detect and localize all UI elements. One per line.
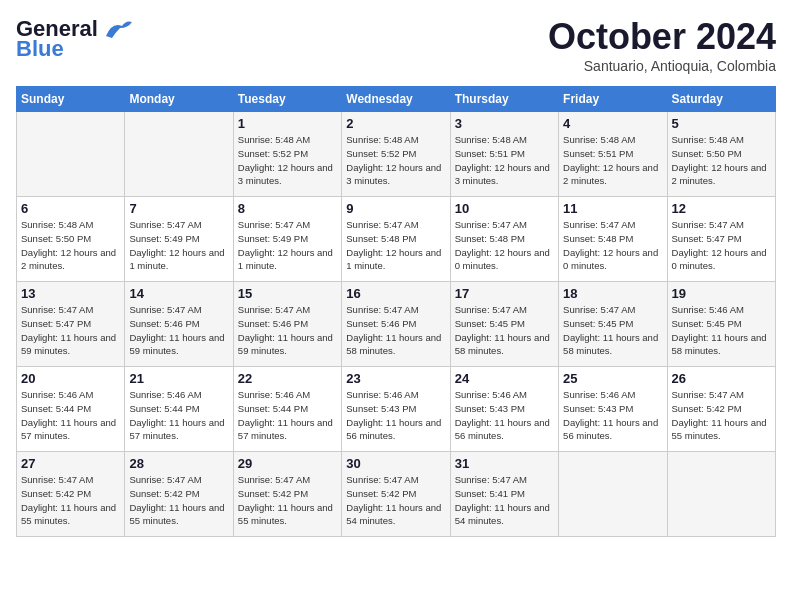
weekday-header: Saturday — [667, 87, 775, 112]
cell-info: Sunrise: 5:47 AM Sunset: 5:42 PM Dayligh… — [346, 473, 445, 528]
calendar-cell: 25Sunrise: 5:46 AM Sunset: 5:43 PM Dayli… — [559, 367, 667, 452]
day-number: 5 — [672, 116, 771, 131]
calendar-cell — [559, 452, 667, 537]
cell-info: Sunrise: 5:46 AM Sunset: 5:43 PM Dayligh… — [346, 388, 445, 443]
cell-info: Sunrise: 5:46 AM Sunset: 5:43 PM Dayligh… — [455, 388, 554, 443]
calendar-cell: 20Sunrise: 5:46 AM Sunset: 5:44 PM Dayli… — [17, 367, 125, 452]
cell-info: Sunrise: 5:47 AM Sunset: 5:42 PM Dayligh… — [21, 473, 120, 528]
calendar-cell: 11Sunrise: 5:47 AM Sunset: 5:48 PM Dayli… — [559, 197, 667, 282]
calendar-cell: 12Sunrise: 5:47 AM Sunset: 5:47 PM Dayli… — [667, 197, 775, 282]
day-number: 6 — [21, 201, 120, 216]
day-number: 30 — [346, 456, 445, 471]
day-number: 1 — [238, 116, 337, 131]
calendar-cell: 1Sunrise: 5:48 AM Sunset: 5:52 PM Daylig… — [233, 112, 341, 197]
calendar-cell: 9Sunrise: 5:47 AM Sunset: 5:48 PM Daylig… — [342, 197, 450, 282]
day-number: 9 — [346, 201, 445, 216]
page-header: General Blue October 2024 Santuario, Ant… — [16, 16, 776, 74]
calendar-cell: 21Sunrise: 5:46 AM Sunset: 5:44 PM Dayli… — [125, 367, 233, 452]
cell-info: Sunrise: 5:47 AM Sunset: 5:42 PM Dayligh… — [672, 388, 771, 443]
day-number: 25 — [563, 371, 662, 386]
calendar-week-row: 20Sunrise: 5:46 AM Sunset: 5:44 PM Dayli… — [17, 367, 776, 452]
cell-info: Sunrise: 5:47 AM Sunset: 5:47 PM Dayligh… — [672, 218, 771, 273]
calendar-cell — [17, 112, 125, 197]
calendar-week-row: 27Sunrise: 5:47 AM Sunset: 5:42 PM Dayli… — [17, 452, 776, 537]
calendar-cell — [667, 452, 775, 537]
weekday-header: Thursday — [450, 87, 558, 112]
cell-info: Sunrise: 5:47 AM Sunset: 5:48 PM Dayligh… — [346, 218, 445, 273]
calendar-cell: 2Sunrise: 5:48 AM Sunset: 5:52 PM Daylig… — [342, 112, 450, 197]
day-number: 13 — [21, 286, 120, 301]
day-number: 15 — [238, 286, 337, 301]
cell-info: Sunrise: 5:48 AM Sunset: 5:52 PM Dayligh… — [346, 133, 445, 188]
calendar-week-row: 1Sunrise: 5:48 AM Sunset: 5:52 PM Daylig… — [17, 112, 776, 197]
calendar-cell — [125, 112, 233, 197]
cell-info: Sunrise: 5:47 AM Sunset: 5:42 PM Dayligh… — [238, 473, 337, 528]
weekday-header: Friday — [559, 87, 667, 112]
calendar-table: SundayMondayTuesdayWednesdayThursdayFrid… — [16, 86, 776, 537]
calendar-week-row: 13Sunrise: 5:47 AM Sunset: 5:47 PM Dayli… — [17, 282, 776, 367]
calendar-cell: 16Sunrise: 5:47 AM Sunset: 5:46 PM Dayli… — [342, 282, 450, 367]
calendar-cell: 14Sunrise: 5:47 AM Sunset: 5:46 PM Dayli… — [125, 282, 233, 367]
day-number: 8 — [238, 201, 337, 216]
cell-info: Sunrise: 5:47 AM Sunset: 5:49 PM Dayligh… — [238, 218, 337, 273]
cell-info: Sunrise: 5:47 AM Sunset: 5:46 PM Dayligh… — [238, 303, 337, 358]
day-number: 14 — [129, 286, 228, 301]
calendar-cell: 17Sunrise: 5:47 AM Sunset: 5:45 PM Dayli… — [450, 282, 558, 367]
cell-info: Sunrise: 5:47 AM Sunset: 5:48 PM Dayligh… — [563, 218, 662, 273]
location-subtitle: Santuario, Antioquia, Colombia — [548, 58, 776, 74]
cell-info: Sunrise: 5:46 AM Sunset: 5:43 PM Dayligh… — [563, 388, 662, 443]
day-number: 28 — [129, 456, 228, 471]
calendar-cell: 26Sunrise: 5:47 AM Sunset: 5:42 PM Dayli… — [667, 367, 775, 452]
calendar-cell: 19Sunrise: 5:46 AM Sunset: 5:45 PM Dayli… — [667, 282, 775, 367]
cell-info: Sunrise: 5:46 AM Sunset: 5:44 PM Dayligh… — [21, 388, 120, 443]
day-number: 4 — [563, 116, 662, 131]
calendar-cell: 18Sunrise: 5:47 AM Sunset: 5:45 PM Dayli… — [559, 282, 667, 367]
cell-info: Sunrise: 5:47 AM Sunset: 5:47 PM Dayligh… — [21, 303, 120, 358]
day-number: 26 — [672, 371, 771, 386]
calendar-week-row: 6Sunrise: 5:48 AM Sunset: 5:50 PM Daylig… — [17, 197, 776, 282]
day-number: 7 — [129, 201, 228, 216]
cell-info: Sunrise: 5:46 AM Sunset: 5:44 PM Dayligh… — [238, 388, 337, 443]
cell-info: Sunrise: 5:46 AM Sunset: 5:45 PM Dayligh… — [672, 303, 771, 358]
cell-info: Sunrise: 5:48 AM Sunset: 5:50 PM Dayligh… — [21, 218, 120, 273]
day-number: 22 — [238, 371, 337, 386]
day-number: 24 — [455, 371, 554, 386]
weekday-header: Sunday — [17, 87, 125, 112]
cell-info: Sunrise: 5:47 AM Sunset: 5:46 PM Dayligh… — [346, 303, 445, 358]
day-number: 16 — [346, 286, 445, 301]
calendar-cell: 5Sunrise: 5:48 AM Sunset: 5:50 PM Daylig… — [667, 112, 775, 197]
weekday-header: Monday — [125, 87, 233, 112]
cell-info: Sunrise: 5:47 AM Sunset: 5:41 PM Dayligh… — [455, 473, 554, 528]
cell-info: Sunrise: 5:48 AM Sunset: 5:50 PM Dayligh… — [672, 133, 771, 188]
cell-info: Sunrise: 5:47 AM Sunset: 5:45 PM Dayligh… — [455, 303, 554, 358]
calendar-cell: 24Sunrise: 5:46 AM Sunset: 5:43 PM Dayli… — [450, 367, 558, 452]
logo-blue-text: Blue — [16, 36, 64, 62]
calendar-cell: 28Sunrise: 5:47 AM Sunset: 5:42 PM Dayli… — [125, 452, 233, 537]
calendar-cell: 6Sunrise: 5:48 AM Sunset: 5:50 PM Daylig… — [17, 197, 125, 282]
logo: General Blue — [16, 16, 134, 62]
day-number: 17 — [455, 286, 554, 301]
cell-info: Sunrise: 5:47 AM Sunset: 5:48 PM Dayligh… — [455, 218, 554, 273]
cell-info: Sunrise: 5:48 AM Sunset: 5:51 PM Dayligh… — [563, 133, 662, 188]
calendar-cell: 22Sunrise: 5:46 AM Sunset: 5:44 PM Dayli… — [233, 367, 341, 452]
cell-info: Sunrise: 5:47 AM Sunset: 5:42 PM Dayligh… — [129, 473, 228, 528]
logo-bird-icon — [102, 18, 134, 40]
calendar-cell: 3Sunrise: 5:48 AM Sunset: 5:51 PM Daylig… — [450, 112, 558, 197]
month-title: October 2024 — [548, 16, 776, 58]
day-number: 11 — [563, 201, 662, 216]
cell-info: Sunrise: 5:47 AM Sunset: 5:46 PM Dayligh… — [129, 303, 228, 358]
calendar-cell: 15Sunrise: 5:47 AM Sunset: 5:46 PM Dayli… — [233, 282, 341, 367]
day-number: 29 — [238, 456, 337, 471]
cell-info: Sunrise: 5:46 AM Sunset: 5:44 PM Dayligh… — [129, 388, 228, 443]
cell-info: Sunrise: 5:48 AM Sunset: 5:52 PM Dayligh… — [238, 133, 337, 188]
day-number: 10 — [455, 201, 554, 216]
cell-info: Sunrise: 5:47 AM Sunset: 5:49 PM Dayligh… — [129, 218, 228, 273]
day-number: 31 — [455, 456, 554, 471]
day-number: 27 — [21, 456, 120, 471]
day-number: 2 — [346, 116, 445, 131]
title-block: October 2024 Santuario, Antioquia, Colom… — [548, 16, 776, 74]
weekday-header: Wednesday — [342, 87, 450, 112]
calendar-cell: 13Sunrise: 5:47 AM Sunset: 5:47 PM Dayli… — [17, 282, 125, 367]
calendar-cell: 4Sunrise: 5:48 AM Sunset: 5:51 PM Daylig… — [559, 112, 667, 197]
cell-info: Sunrise: 5:48 AM Sunset: 5:51 PM Dayligh… — [455, 133, 554, 188]
